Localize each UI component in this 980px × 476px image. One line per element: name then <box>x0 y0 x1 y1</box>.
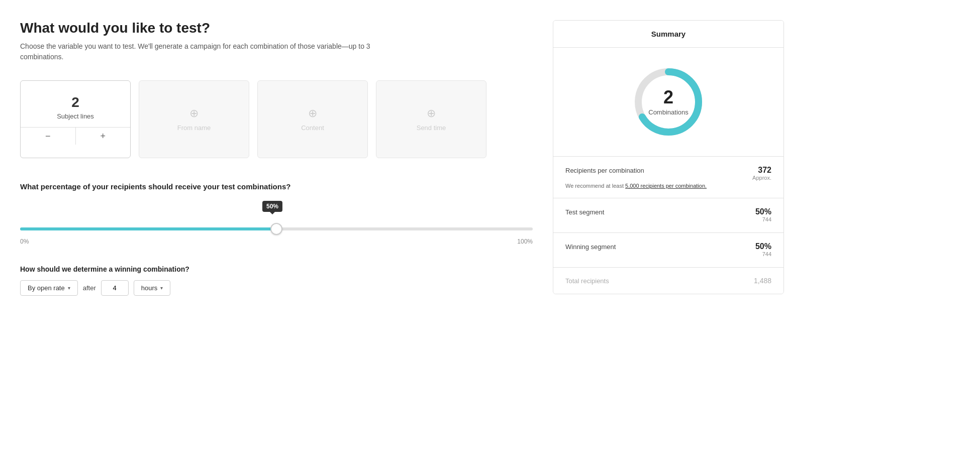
slider-track <box>20 227 533 230</box>
summary-donut-section: 2 Combinations <box>553 48 783 157</box>
subject-lines-plus-button[interactable]: + <box>76 128 131 145</box>
subject-lines-minus-button[interactable]: − <box>21 128 76 145</box>
send-time-label: Send time <box>417 124 446 132</box>
summary-winning-segment-top: Winning segment 50% 744 <box>565 242 771 257</box>
content-label: Content <box>301 124 324 132</box>
page-title: What would you like to test? <box>20 20 533 36</box>
summary-test-segment-row: Test segment 50% 744 <box>553 198 783 233</box>
send-time-plus-icon: ⊕ <box>427 107 436 120</box>
chevron-down-icon: ▾ <box>68 285 70 291</box>
recipients-per-combination-value: 372 <box>752 166 771 175</box>
content-plus-icon: ⊕ <box>308 107 317 120</box>
winning-controls: By open rate ▾ after hours ▾ <box>20 280 533 296</box>
slider-thumb[interactable] <box>270 223 282 235</box>
winning-method-dropdown[interactable]: By open rate ▾ <box>20 280 78 296</box>
variable-card-subject-lines[interactable]: 2 Subject lines − + <box>20 80 131 158</box>
subject-lines-label: Subject lines <box>57 112 94 120</box>
winning-question: How should we determine a winning combin… <box>20 265 533 273</box>
summary-panel: Summary 2 Combinations Recipients per co… <box>553 20 784 294</box>
slider-max-label: 100% <box>517 238 533 245</box>
test-segment-label: Test segment <box>565 208 604 216</box>
variable-cards-container: 2 Subject lines − + ⊕ From name ⊕ Conten… <box>20 80 533 158</box>
summary-total-row: Total recipients 1,488 <box>553 268 783 294</box>
variable-card-from-name[interactable]: ⊕ From name <box>139 80 249 158</box>
recipients-per-combination-sub: Approx. <box>752 175 771 181</box>
from-name-label: From name <box>177 124 211 132</box>
main-content: What would you like to test? Choose the … <box>20 20 553 456</box>
recipients-per-combination-value-group: 372 Approx. <box>752 166 771 181</box>
hours-unit-dropdown[interactable]: hours ▾ <box>134 280 171 296</box>
summary-recipients-row: Recipients per combination 372 Approx. W… <box>553 157 783 198</box>
winning-segment-sub: 744 <box>755 251 771 257</box>
page-subtitle: Choose the variable you want to test. We… <box>20 41 382 62</box>
hours-input[interactable] <box>101 280 129 296</box>
slider-min-label: 0% <box>20 238 29 245</box>
donut-chart: 2 Combinations <box>628 62 709 142</box>
donut-label: Combinations <box>648 108 689 116</box>
summary-header: Summary <box>553 21 783 48</box>
winning-segment-value: 50% <box>755 242 771 251</box>
test-segment-value-group: 50% 744 <box>755 207 771 222</box>
winning-segment-label: Winning segment <box>565 243 616 251</box>
subject-lines-count: 2 <box>71 94 79 110</box>
slider-labels: 0% 100% <box>20 238 533 245</box>
total-recipients-value: 1,488 <box>754 277 771 285</box>
variable-card-send-time[interactable]: ⊕ Send time <box>376 80 486 158</box>
slider-tooltip: 50% <box>262 201 282 212</box>
test-segment-sub: 744 <box>755 216 771 222</box>
slider-track-wrapper[interactable] <box>20 224 533 234</box>
summary-recommendation: We recommend at least 5,000 recipients p… <box>565 183 771 189</box>
donut-center: 2 Combinations <box>648 88 689 116</box>
subject-lines-controls: − + <box>21 127 130 145</box>
summary-test-segment-top: Test segment 50% 744 <box>565 207 771 222</box>
summary-winning-segment-row: Winning segment 50% 744 <box>553 233 783 268</box>
donut-number: 2 <box>648 88 689 106</box>
after-label: after <box>83 284 96 292</box>
recipients-per-combination-label: Recipients per combination <box>565 167 644 174</box>
winning-section: How should we determine a winning combin… <box>20 265 533 296</box>
slider-tooltip-wrapper: 50% <box>20 201 533 219</box>
hours-unit-label: hours <box>141 284 158 292</box>
from-name-plus-icon: ⊕ <box>189 107 199 120</box>
total-recipients-label: Total recipients <box>565 277 609 285</box>
winning-method-label: By open rate <box>28 284 65 292</box>
summary-recipients-top: Recipients per combination 372 Approx. <box>565 166 771 181</box>
recipients-question: What percentage of your recipients shoul… <box>20 182 533 191</box>
variable-card-content[interactable]: ⊕ Content <box>257 80 368 158</box>
test-segment-value: 50% <box>755 207 771 216</box>
slider-fill <box>20 227 276 230</box>
winning-segment-value-group: 50% 744 <box>755 242 771 257</box>
hours-chevron-down-icon: ▾ <box>160 285 163 291</box>
slider-section: What percentage of your recipients shoul… <box>20 182 533 245</box>
